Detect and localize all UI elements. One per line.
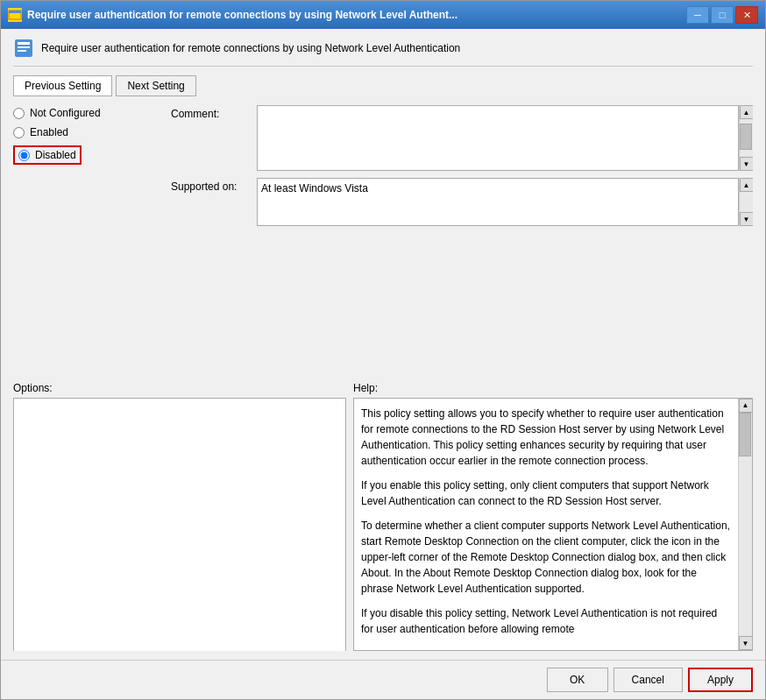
window-title: Require user authentication for remote c… — [27, 9, 457, 21]
supported-track — [740, 192, 753, 212]
content-area: Require user authentication for remote c… — [1, 29, 765, 660]
apply-button[interactable]: Apply — [688, 668, 753, 692]
scroll-thumb — [740, 124, 752, 150]
help-thumb — [739, 413, 751, 456]
scroll-track — [740, 119, 753, 157]
header-title: Require user authentication for remote c… — [41, 42, 460, 54]
close-button[interactable]: ✕ — [735, 6, 758, 24]
supported-scrollbar: ▲ ▼ — [739, 178, 753, 226]
help-p2: If you enable this policy setting, only … — [361, 477, 731, 509]
not-configured-radio[interactable] — [13, 108, 25, 119]
supported-scroll-down[interactable]: ▼ — [740, 212, 754, 226]
cancel-button[interactable]: Cancel — [614, 668, 683, 692]
comment-label: Comment: — [171, 105, 250, 120]
supported-row: Supported on: At least Windows Vista ▲ ▼ — [171, 178, 753, 226]
disabled-box: Disabled — [13, 145, 82, 165]
disabled-option[interactable]: Disabled — [13, 144, 171, 166]
comment-textarea[interactable] — [257, 105, 739, 171]
supported-box: At least Windows Vista — [257, 178, 739, 226]
help-scroll-down[interactable]: ▼ — [739, 636, 753, 650]
help-p4: If you disable this policy setting, Netw… — [361, 605, 731, 637]
previous-setting-button[interactable]: Previous Setting — [13, 75, 112, 96]
nav-buttons: Previous Setting Next Setting — [13, 75, 753, 96]
help-track — [739, 413, 752, 637]
scroll-up-arrow[interactable]: ▲ — [740, 105, 754, 119]
options-area: Options: — [13, 382, 346, 652]
svg-rect-3 — [18, 42, 30, 45]
not-configured-label: Not Configured — [30, 107, 101, 119]
next-setting-button[interactable]: Next Setting — [116, 75, 195, 96]
comment-row: Comment: ▲ ▼ — [171, 105, 753, 171]
svg-rect-5 — [18, 50, 26, 52]
footer: OK Cancel Apply — [1, 660, 765, 699]
svg-rect-1 — [9, 11, 21, 13]
title-bar: Require user authentication for remote c… — [1, 1, 765, 29]
main-window: Require user authentication for remote c… — [0, 0, 766, 700]
disabled-label: Disabled — [35, 149, 76, 161]
policy-icon — [13, 38, 34, 59]
title-bar-left: Require user authentication for remote c… — [8, 8, 457, 22]
maximize-button[interactable]: □ — [711, 6, 734, 24]
enabled-radio[interactable] — [13, 127, 25, 138]
help-scroll-up[interactable]: ▲ — [739, 399, 753, 413]
help-p3: To determine whether a client computer s… — [361, 518, 731, 597]
ok-button[interactable]: OK — [547, 668, 608, 692]
enabled-label: Enabled — [30, 126, 68, 138]
svg-rect-4 — [18, 46, 30, 48]
help-area: Help: This policy setting allows you to … — [353, 382, 753, 652]
not-configured-option[interactable]: Not Configured — [13, 105, 171, 121]
enabled-option[interactable]: Enabled — [13, 124, 171, 140]
main-content: Not Configured Enabled Disabled Comme — [13, 105, 753, 375]
comment-scrollbar: ▲ ▼ — [739, 105, 753, 171]
disabled-radio[interactable] — [18, 150, 30, 161]
bottom-section: Options: Help: This policy setting allow… — [13, 382, 753, 652]
window-icon — [8, 8, 22, 22]
supported-label: Supported on: — [171, 178, 250, 193]
help-title: Help: — [353, 382, 753, 394]
supported-scroll-up[interactable]: ▲ — [740, 178, 754, 192]
options-title: Options: — [13, 382, 346, 394]
left-panel: Not Configured Enabled Disabled — [13, 105, 171, 375]
right-panel: Comment: ▲ ▼ Supported on: — [171, 105, 753, 375]
scroll-down-arrow[interactable]: ▼ — [740, 157, 754, 171]
help-p1: This policy setting allows you to specif… — [361, 406, 731, 469]
options-box — [13, 398, 346, 652]
header-section: Require user authentication for remote c… — [13, 38, 753, 67]
help-scrollbar: ▲ ▼ — [738, 399, 752, 651]
minimize-button[interactable]: ─ — [686, 6, 709, 24]
supported-value: At least Windows Vista — [261, 182, 368, 194]
help-box: This policy setting allows you to specif… — [354, 399, 738, 651]
title-controls: ─ □ ✕ — [686, 6, 758, 24]
